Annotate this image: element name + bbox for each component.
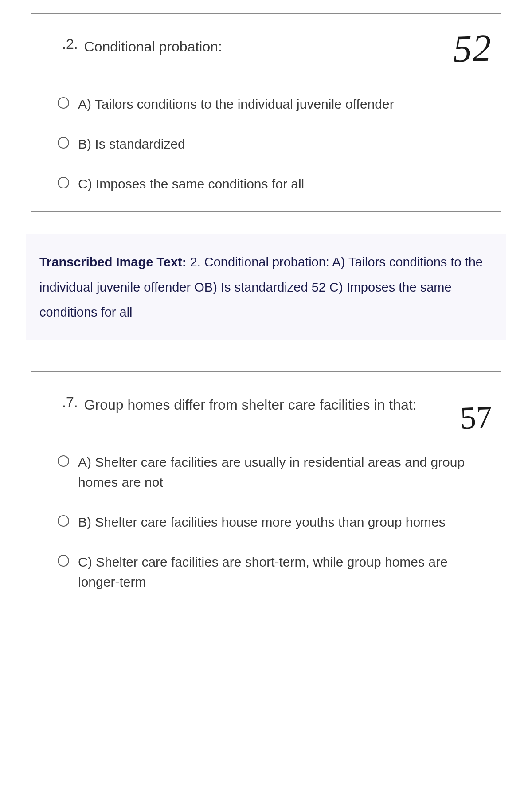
question-header: .2. Conditional probation: 52: [44, 14, 488, 84]
radio-icon[interactable]: [58, 97, 69, 109]
option-text: B) Shelter care facilities house more yo…: [78, 512, 474, 532]
transcribed-image-text-box: Transcribed Image Text: 2. Conditional p…: [26, 234, 506, 340]
question-text: Group homes differ from shelter care fac…: [84, 394, 470, 415]
option-row-a[interactable]: A) Tailors conditions to the individual …: [44, 84, 488, 124]
radio-icon[interactable]: [58, 555, 69, 567]
option-row-b[interactable]: B) Is standardized: [44, 124, 488, 164]
option-row-c[interactable]: C) Shelter care facilities are short-ter…: [44, 542, 488, 610]
option-row-c[interactable]: C) Imposes the same conditions for all: [44, 164, 488, 211]
option-text: A) Shelter care facilities are usually i…: [78, 452, 474, 492]
option-row-b[interactable]: B) Shelter care facilities house more yo…: [44, 502, 488, 542]
radio-icon[interactable]: [58, 177, 69, 188]
radio-icon[interactable]: [58, 455, 69, 467]
question-card-7: .7. Group homes differ from shelter care…: [31, 371, 501, 610]
option-text: C) Shelter care facilities are short-ter…: [78, 552, 474, 592]
option-text: B) Is standardized: [78, 134, 474, 154]
radio-icon[interactable]: [58, 137, 69, 149]
option-row-a[interactable]: A) Shelter care facilities are usually i…: [44, 442, 488, 502]
question-text: Conditional probation:: [84, 36, 470, 57]
question-number: .2.: [62, 36, 78, 52]
question-number: .7.: [62, 394, 78, 411]
radio-icon[interactable]: [58, 515, 69, 527]
question-card-2: .2. Conditional probation: 52 A) Tailors…: [31, 13, 501, 212]
page-container: .2. Conditional probation: 52 A) Tailors…: [4, 0, 528, 659]
option-text: A) Tailors conditions to the individual …: [78, 94, 474, 114]
handwritten-annotation: 52: [452, 26, 492, 71]
option-text: C) Imposes the same conditions for all: [78, 174, 474, 194]
transcribed-label: Transcribed Image Text:: [39, 255, 186, 269]
handwritten-annotation: 57: [460, 399, 493, 436]
question-header: .7. Group homes differ from shelter care…: [44, 372, 488, 442]
